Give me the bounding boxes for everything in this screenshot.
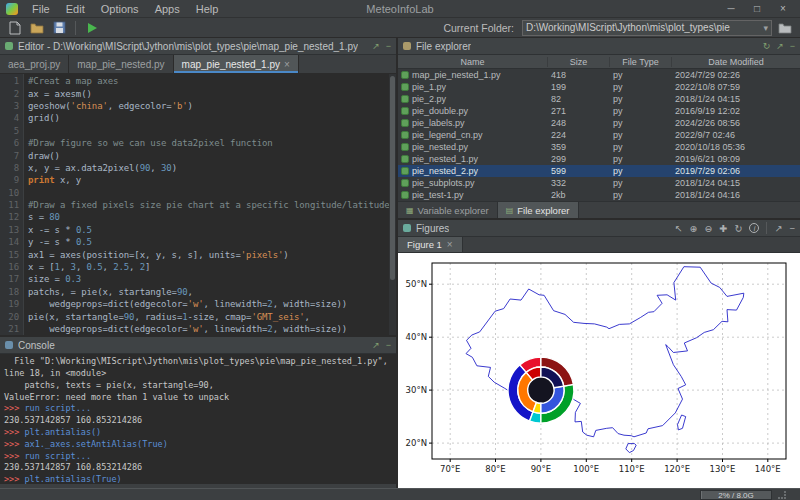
- line-number: 18: [0, 286, 19, 298]
- menu-item-apps[interactable]: Apps: [147, 1, 188, 17]
- new-file-button[interactable]: [6, 19, 24, 37]
- float-panel-icon[interactable]: ↗: [372, 41, 380, 51]
- open-file-button[interactable]: [28, 19, 46, 37]
- china-outline-path: [466, 267, 744, 437]
- menu-item-file[interactable]: File: [24, 1, 58, 17]
- column-header-size[interactable]: Size: [548, 57, 610, 67]
- table-row-pie_legend_cn.py[interactable]: pie_legend_cn.py224py2022/9/7 02:46: [398, 129, 800, 141]
- line-number: 19: [0, 298, 19, 310]
- table-row-pie_test-1.py[interactable]: pie_test-1.py2kbpy2018/1/24 04:16: [398, 189, 800, 201]
- code-line: [28, 125, 396, 137]
- variable-grid-icon: ▦: [406, 206, 414, 215]
- browse-folder-button[interactable]: [776, 19, 794, 37]
- collapse-panel-icon[interactable]: −: [386, 340, 391, 350]
- current-folder-value: D:\Working\MIScript\Jython\mis\plot_type…: [526, 22, 760, 33]
- table-row-pie_labels.py[interactable]: pie_labels.py248py2024/2/26 08:56: [398, 117, 800, 129]
- collapse-panel-icon[interactable]: −: [386, 41, 391, 51]
- editor-panel-header: Editor - D:\Working\MIScript\Jython\mis\…: [0, 38, 396, 55]
- float-panel-icon[interactable]: ↗: [776, 41, 784, 51]
- column-header-file-type[interactable]: File Type: [610, 57, 672, 67]
- refresh-icon[interactable]: ↻: [763, 41, 771, 51]
- editor-panel: Editor - D:\Working\MIScript\Jython\mis\…: [0, 38, 396, 335]
- file-type: py: [610, 130, 672, 140]
- code-line: geoshow('china', edgecolor='b'): [28, 100, 396, 112]
- file-name: pie_labels.py: [412, 118, 465, 128]
- code-line: patchs, = pie(x, startangle=90,: [28, 286, 396, 298]
- menu-item-help[interactable]: Help: [188, 1, 227, 17]
- select-cursor-icon[interactable]: ↖: [675, 223, 683, 234]
- console-line: line 18, in <module>: [4, 368, 396, 380]
- file-size: 199: [548, 82, 610, 92]
- editor-tab-aea_proj.py[interactable]: aea_proj.py: [0, 55, 69, 73]
- zoom-out-icon[interactable]: ⊖: [705, 223, 713, 234]
- table-row-pie_1.py[interactable]: pie_1.py199py2022/10/8 07:59: [398, 81, 800, 93]
- float-panel-icon[interactable]: ↗: [372, 340, 380, 350]
- code-line: print x, y: [28, 174, 396, 186]
- menu-item-options[interactable]: Options: [93, 1, 147, 17]
- chevron-down-icon[interactable]: ▾: [760, 23, 768, 33]
- svg-text:100°E: 100°E: [573, 464, 599, 474]
- memory-indicator[interactable]: 2% / 8.0G: [700, 490, 772, 500]
- file-explorer-icon: [403, 42, 411, 50]
- run-icon: [88, 23, 97, 33]
- run-script-button[interactable]: [83, 19, 101, 37]
- code-line: size = 0.3: [28, 273, 396, 285]
- table-row-pie_double.py[interactable]: pie_double.py271py2016/9/19 12:02: [398, 105, 800, 117]
- identify-info-icon[interactable]: i: [749, 223, 759, 233]
- menu-item-edit[interactable]: Edit: [58, 1, 93, 17]
- file-type: py: [610, 82, 672, 92]
- close-button[interactable]: ×: [770, 3, 796, 14]
- file-date: 2019/6/21 09:09: [672, 154, 800, 164]
- file-size: 271: [548, 106, 610, 116]
- minimize-button[interactable]: ─: [718, 3, 744, 14]
- figure-tab[interactable]: Figure 1 ×: [398, 237, 463, 252]
- resize-grip[interactable]: [778, 491, 786, 499]
- column-header-date-modified[interactable]: Date Modified: [672, 57, 800, 67]
- close-tab-icon[interactable]: ×: [284, 59, 290, 70]
- file-size: 2kb: [548, 190, 610, 200]
- file-explorer-panel: File explorer ↻ ↗ − NameSizeFile TypeDat…: [398, 38, 800, 218]
- table-row-pie_subplots.py[interactable]: pie_subplots.py332py2018/1/24 04:15: [398, 177, 800, 189]
- hainan-outline-path: [626, 444, 636, 453]
- table-row-pie_nested_1.py[interactable]: pie_nested_1.py299py2019/6/21 09:09: [398, 153, 800, 165]
- file-table: map_pie_nested_1.py418py2024/7/29 02:26p…: [398, 69, 800, 201]
- pan-icon[interactable]: ✚: [720, 223, 728, 234]
- file-date: 2024/2/26 08:56: [672, 118, 800, 128]
- collapse-panel-icon[interactable]: −: [789, 223, 795, 234]
- code-editor[interactable]: 123456789101112131415161718192021 #Creat…: [0, 74, 396, 335]
- console-output[interactable]: File "D:\Working\MIScript\Jython\mis\plo…: [0, 354, 396, 484]
- console-line: ValueError: need more than 1 value to un…: [4, 392, 396, 404]
- rotate-icon[interactable]: ↻: [735, 223, 743, 234]
- editor-tab-map_pie_nested_1.py[interactable]: map_pie_nested_1.py×: [174, 55, 299, 73]
- editor-tab-map_pie_nested.py[interactable]: map_pie_nested.py: [69, 55, 173, 73]
- tab-variable-explorer[interactable]: ▦Variable explorer: [398, 202, 498, 218]
- svg-text:20°N: 20°N: [406, 438, 427, 448]
- line-number: 21: [0, 323, 19, 335]
- close-tab-icon[interactable]: ×: [447, 239, 453, 250]
- collapse-panel-icon[interactable]: −: [790, 41, 795, 51]
- column-header-name[interactable]: Name: [398, 57, 548, 67]
- table-row-pie_nested_2.py[interactable]: pie_nested_2.py599py2019/7/29 02:06: [398, 165, 800, 177]
- table-row-pie_nested.py[interactable]: pie_nested.py359py2020/10/18 05:36: [398, 141, 800, 153]
- table-row-map_pie_nested_1.py[interactable]: map_pie_nested_1.py418py2024/7/29 02:26: [398, 69, 800, 81]
- figure-canvas[interactable]: 70°E80°E90°E100°E110°E120°E130°E140°E20°…: [398, 253, 800, 488]
- save-button[interactable]: [50, 19, 68, 37]
- editor-scrollbar[interactable]: [389, 74, 396, 335]
- file-name: pie_nested.py: [412, 142, 468, 152]
- current-folder-combobox[interactable]: D:\Working\MIScript\Jython\mis\plot_type…: [522, 20, 772, 36]
- svg-text:130°E: 130°E: [710, 464, 736, 474]
- tab-file-explorer[interactable]: ▤File explorer: [498, 202, 579, 218]
- code-line: pie(x, startangle=90, radius=1-size, cma…: [28, 311, 396, 323]
- maximize-button[interactable]: □: [744, 3, 770, 14]
- float-panel-icon[interactable]: ↗: [774, 223, 782, 234]
- toolbar-separator: [75, 21, 76, 35]
- svg-text:90°E: 90°E: [531, 464, 551, 474]
- table-row-pie_2.py[interactable]: pie_2.py82py2018/1/24 04:15: [398, 93, 800, 105]
- meteoinfolab-window: FileEditOptionsAppsHelp MeteoInfoLab ─ □…: [0, 0, 800, 500]
- console-panel-header: Console ↗ −: [0, 337, 396, 354]
- explorer-bottom-tabs: ▦Variable explorer▤File explorer: [398, 201, 800, 218]
- zoom-in-icon[interactable]: ⊕: [690, 223, 698, 234]
- svg-text:120°E: 120°E: [664, 464, 690, 474]
- file-name: pie_legend_cn.py: [412, 130, 483, 140]
- app-logo-icon: [6, 3, 18, 15]
